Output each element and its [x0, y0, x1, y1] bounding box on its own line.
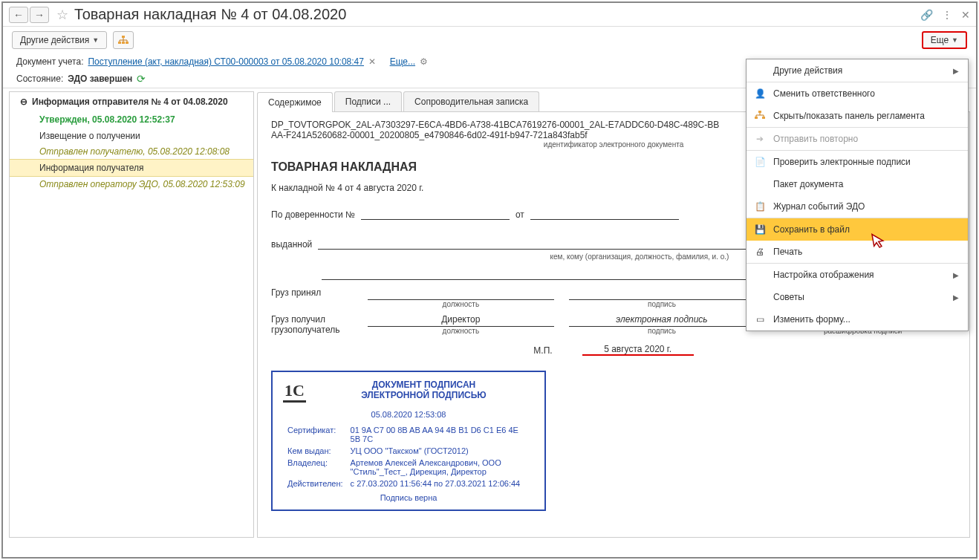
svg-rect-5 [755, 117, 758, 119]
certificate-icon: 📄 [754, 157, 766, 167]
nav-forward-button[interactable]: → [30, 7, 49, 23]
menu-display-settings[interactable]: Настройка отображения ▶ [747, 263, 968, 286]
submenu-arrow-icon: ▶ [953, 271, 959, 279]
menu-print[interactable]: 🖨 Печать [747, 241, 968, 263]
tree-approved: Утвержден, 05.08.2020 12:52:37 [39, 111, 253, 128]
stamp-cert-label: Сертификат: [284, 425, 346, 444]
svg-rect-0 [122, 36, 125, 38]
hierarchy-icon [118, 36, 129, 45]
tab-cover-note[interactable]: Сопроводительная записка [403, 91, 539, 111]
cargo-receive-label: Груз получил грузополучатель [271, 314, 353, 335]
state-label: Состояние: [16, 74, 63, 84]
tab-signatures[interactable]: Подписи ... [334, 91, 402, 111]
submenu-arrow-icon: ▶ [953, 67, 959, 75]
print-icon: 🖨 [754, 247, 766, 257]
menu-verify-signatures[interactable]: 📄 Проверить электронные подписи [747, 150, 968, 173]
col-position: должность [368, 300, 554, 308]
tab-content[interactable]: Содержимое [257, 92, 333, 112]
doc-label: Документ учета: [16, 56, 83, 67]
page-title: Товарная накладная № 4 от 04.08.2020 [74, 6, 920, 23]
stamp-date: 05.08.2020 12:53:08 [283, 410, 534, 419]
stamp-valid-value: с 27.03.2020 11:56:44 по 27.03.2021 12:0… [348, 478, 533, 489]
more-button[interactable]: Еще ▼ [922, 31, 967, 49]
button-label: Еще [931, 35, 949, 45]
tree-item-receiver-status: Отправлен оператору ЭДО, 05.08.2020 12:5… [39, 177, 253, 192]
arrow-right-icon: ➔ [754, 134, 766, 144]
menu-tips[interactable]: Советы ▶ [747, 286, 968, 308]
menu-save-to-file[interactable]: 💾 Сохранить в файл [747, 218, 968, 241]
link-icon[interactable]: 🔗 [920, 9, 933, 21]
chevron-down-icon: ▼ [952, 36, 958, 44]
collapse-icon: ⊖ [20, 97, 27, 107]
log-icon: 📋 [754, 201, 766, 212]
menu-other-actions[interactable]: Другие действия ▶ [747, 59, 968, 82]
svg-rect-2 [122, 42, 125, 44]
stamp-valid-label: Действителен: [284, 478, 346, 489]
doc-date: 5 августа 2020 г. [582, 344, 694, 356]
hierarchy-icon [754, 111, 766, 122]
save-icon: 💾 [754, 224, 766, 235]
other-actions-button[interactable]: Другие действия ▼ [12, 31, 107, 49]
from-label: от [515, 209, 524, 220]
poa-label: По доверенности № [271, 209, 355, 220]
close-icon[interactable]: ✕ [961, 9, 970, 21]
tree-item-receiver-info[interactable]: Информация получателя [10, 159, 253, 177]
signature-stamp: 1С ДОКУМЕНТ ПОДПИСАН ЭЛЕКТРОННОЙ ПОДПИСЬ… [271, 371, 546, 511]
stamp-issuer-value: УЦ ООО "Такском" (ГОСТ2012) [348, 446, 533, 456]
stamp-owner-label: Владелец: [284, 458, 346, 477]
menu-change-form[interactable]: ▭ Изменить форму... [747, 308, 968, 331]
svg-rect-6 [762, 117, 765, 119]
stamp-title1: ДОКУМЕНТ ПОДПИСАН [283, 380, 534, 390]
stamp-owner-value: Артемов Алексей Александрович, ООО "Стил… [348, 458, 533, 477]
col-sign: подпись [569, 300, 755, 308]
chevron-down-icon: ▼ [92, 36, 99, 44]
kebab-menu-icon[interactable]: ⋮ [942, 9, 952, 21]
button-label: Другие действия [20, 35, 89, 45]
more-dropdown-menu: Другие действия ▶ 👤 Сменить ответственно… [746, 59, 969, 331]
more-link[interactable]: Еще... [390, 56, 415, 67]
hierarchy-toggle-button[interactable] [113, 31, 134, 49]
state-value: ЭДО завершен [68, 74, 132, 84]
stamp-cert-value: 01 9A C7 00 8B AB AA 94 4B B1 D6 C1 E6 4… [348, 425, 533, 444]
menu-change-responsible[interactable]: 👤 Сменить ответственного [747, 82, 968, 105]
clear-doc-icon[interactable]: ✕ [368, 56, 376, 67]
stamp-logo-icon: 1С [283, 381, 306, 403]
signature-value: электронная подпись [569, 314, 755, 327]
nav-back-button[interactable]: ← [9, 7, 28, 23]
poa-date-field [530, 208, 679, 220]
favorite-star-icon[interactable]: ☆ [56, 7, 68, 23]
person-swap-icon: 👤 [754, 88, 766, 99]
menu-toggle-panel[interactable]: Скрыть/показать панель регламента [747, 105, 968, 127]
svg-rect-4 [758, 111, 761, 113]
stamp-footer: Подпись верна [283, 493, 534, 502]
menu-resend: ➔ Отправить повторно [747, 127, 968, 150]
tree-root-label: Информация отправителя № 4 от 04.08.2020 [32, 97, 228, 107]
cargo-accept-label: Груз принял [271, 287, 353, 298]
tree-item-receipt[interactable]: Извещение о получении [39, 128, 253, 144]
stamp-title2: ЭЛЕКТРОННОЙ ПОДПИСЬЮ [283, 390, 534, 400]
svg-rect-3 [126, 42, 129, 44]
mp-label: М.П. [533, 345, 552, 356]
form-icon: ▭ [754, 314, 766, 325]
tree-root[interactable]: ⊖ Информация отправителя № 4 от 04.08.20… [10, 92, 253, 111]
gear-icon[interactable]: ⚙ [420, 56, 428, 67]
position-value: Директор [368, 314, 554, 327]
poa-number-field [361, 208, 510, 220]
submenu-arrow-icon: ▶ [953, 293, 959, 302]
left-tree-panel: ⊖ Информация отправителя № 4 от 04.08.20… [9, 91, 254, 538]
doc-link[interactable]: Поступление (акт, накладная) СТ00-000003… [88, 56, 363, 67]
menu-event-log[interactable]: 📋 Журнал событий ЭДО [747, 195, 968, 218]
stamp-issuer-label: Кем выдан: [284, 446, 346, 456]
tree-item-receipt-status: Отправлен получателю, 05.08.2020 12:08:0… [39, 144, 253, 159]
svg-rect-1 [118, 42, 121, 44]
issued-label: выданной [271, 239, 312, 250]
refresh-icon[interactable]: ⟳ [137, 73, 146, 85]
menu-doc-package[interactable]: Пакет документа [747, 173, 968, 195]
